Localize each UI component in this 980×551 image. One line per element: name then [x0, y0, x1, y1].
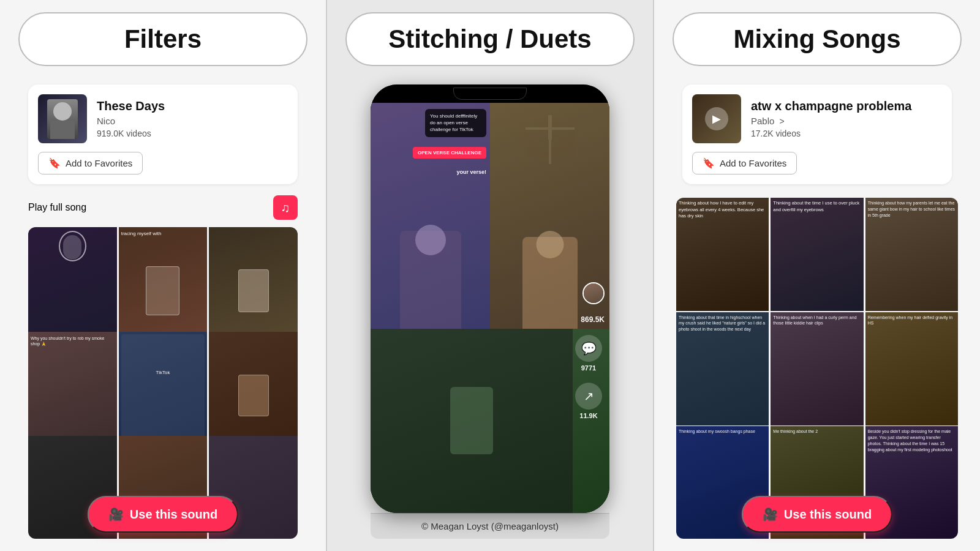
verse-overlay-text: You should defffinitely do an open verse…: [425, 109, 486, 137]
filters-title: Filters: [18, 12, 307, 66]
mix-video-cell[interactable]: Thinking about how I have to edit my eye…: [676, 198, 769, 311]
add-to-favorites-button[interactable]: 🔖 Add to Favorites: [38, 152, 143, 174]
song-thumbnail: [38, 94, 87, 143]
stitching-title: Stitching / Duets: [345, 12, 635, 66]
camera-icon: 🎥: [763, 507, 778, 522]
your-verse-text: your verse!: [456, 169, 486, 175]
open-verse-badge: OPEN VERSE CHALLENGE: [413, 147, 486, 159]
duet-top-videos: You should defffinitely do an open verse…: [371, 103, 609, 329]
bookmark-icon: 🔖: [48, 157, 61, 169]
bottom-video: 💬 9771 ↗ 11.9K: [371, 329, 609, 514]
mix-video-cell[interactable]: Remembering when my hair defied gravity …: [865, 312, 958, 425]
mixing-song-artist: Pablo >: [751, 116, 911, 126]
mix-video-cell[interactable]: Thinking about when I had a curly perm a…: [771, 312, 863, 425]
comments-action[interactable]: 💬 9771: [575, 335, 602, 372]
mixing-song-thumbnail[interactable]: ▶: [692, 94, 741, 143]
mix-video-cell[interactable]: Thinking about how my parents let me eat…: [865, 198, 958, 311]
play-button[interactable]: ▶: [705, 107, 728, 130]
copyright-bar: © Meagan Loyst (@meaganloyst): [371, 513, 609, 539]
phone-notch: [371, 84, 609, 103]
duet-right-video: 869.5K: [490, 103, 609, 329]
use-this-sound-button[interactable]: 🎥 Use this sound: [88, 496, 238, 533]
phone-video-area: You should defffinitely do an open verse…: [371, 103, 609, 513]
mixing-title: Mixing Songs: [673, 12, 962, 66]
mixing-song-title: atw x champagne problema: [751, 99, 911, 113]
notch-bar: [453, 88, 527, 100]
play-full-song-bar: Play full song ♫: [28, 195, 298, 220]
comment-icon: 💬: [575, 335, 602, 362]
song-artist: Nico: [97, 116, 165, 126]
likes-count: 869.5K: [581, 315, 605, 324]
filters-panel: Filters These Days Nico 919.0K videos 🔖 …: [0, 0, 326, 551]
artist-arrow: >: [780, 116, 785, 126]
right-actions: 💬 9771 ↗ 11.9K: [575, 335, 602, 419]
filters-video-grid: Daily roulette 1 2 3 4 5 6 tracing mysel…: [28, 227, 298, 539]
phone-mockup: You should defffinitely do an open verse…: [371, 84, 609, 513]
play-full-song-label: Play full song: [28, 202, 86, 213]
duet-left-video: You should defffinitely do an open verse…: [371, 103, 490, 329]
mixing-use-this-sound-button[interactable]: 🎥 Use this sound: [742, 496, 892, 533]
mixing-song-videos: 17.2K videos: [751, 129, 911, 138]
song-videos: 919.0K videos: [97, 129, 165, 138]
mixing-song-card: ▶ atw x champagne problema Pablo > 17.2K…: [682, 84, 952, 184]
shares-action[interactable]: ↗ 11.9K: [575, 383, 602, 419]
mixing-panel: Mixing Songs ▶ atw x champagne problema …: [654, 0, 980, 551]
mixing-add-to-favorites-button[interactable]: 🔖 Add to Favorites: [692, 152, 797, 174]
share-icon: ↗: [575, 383, 602, 410]
filters-song-card: These Days Nico 919.0K videos 🔖 Add to F…: [28, 84, 298, 184]
mix-video-cell[interactable]: Thinking about that time in highschool w…: [676, 312, 769, 425]
camera-icon: 🎥: [108, 507, 124, 522]
music-app-icon[interactable]: ♫: [273, 195, 298, 220]
bookmark-icon: 🔖: [703, 157, 715, 169]
mixing-video-grid: Thinking about how I have to edit my eye…: [676, 198, 958, 539]
stitching-panel: Stitching / Duets You should defffinitel…: [326, 0, 654, 551]
song-title: These Days: [97, 99, 165, 113]
mix-video-cell[interactable]: Thinking about the time I use to over pl…: [771, 198, 863, 311]
